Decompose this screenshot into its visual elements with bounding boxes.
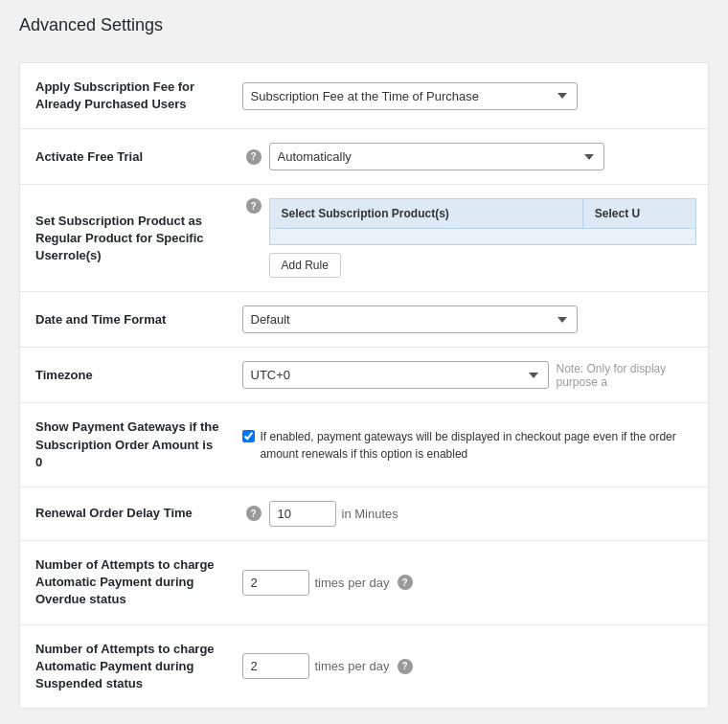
help-icon-suspended[interactable]: ? [398, 659, 413, 674]
help-icon-renewal[interactable]: ? [246, 506, 262, 521]
value-activate-free-trial: ? Automatically Manually [231, 129, 709, 185]
checkbox-payment-gateways[interactable] [242, 430, 255, 442]
label-with-help-free-trial: Activate Free Trial [35, 148, 219, 166]
label-text-apply-subscription-fee: Apply Subscription Fee for Already Purch… [35, 79, 194, 111]
row-renewal-order-delay: Renewal Order Delay Time ? in Minutes [20, 486, 709, 540]
value-renewal-order-delay: ? in Minutes [231, 486, 709, 540]
page-title: Advanced Settings [19, 15, 709, 43]
suspended-input-row: times per day ? [242, 653, 697, 679]
row-date-time-format: Date and Time Format Default Custom [20, 292, 709, 348]
page-container: Advanced Settings Apply Subscription Fee… [0, 0, 728, 724]
select-free-trial[interactable]: Automatically Manually [269, 143, 604, 170]
product-table-empty-cell-1 [269, 229, 582, 245]
label-set-subscription-product: Set Subscription Product as Regular Prod… [20, 185, 231, 292]
help-icon-overdue[interactable]: ? [398, 575, 413, 590]
product-table-header-row: Select Subscription Product(s) Select U [269, 199, 696, 229]
label-text-payment-gateways: Show Payment Gateways if the Subscriptio… [35, 419, 218, 468]
label-with-help-overdue: Number of Attempts to charge Automatic P… [35, 556, 219, 609]
timezone-note: Note: Only for display purpose a [557, 362, 697, 389]
row-show-payment-gateways: Show Payment Gateways if the Subscriptio… [20, 403, 709, 487]
label-text-subscription-product: Set Subscription Product as Regular Prod… [35, 214, 204, 262]
value-timezone: UTC+0 UTC+1 UTC-1 UTC+5:30 Note: Only fo… [231, 348, 709, 403]
row-set-subscription-product: Set Subscription Product as Regular Prod… [20, 185, 709, 292]
settings-table: Apply Subscription Fee for Already Purch… [19, 62, 709, 709]
row-attempts-suspended: Number of Attempts to charge Automatic P… [20, 624, 709, 709]
label-activate-free-trial: Activate Free Trial [20, 129, 231, 185]
label-text-timezone: Timezone [35, 368, 93, 382]
row-timezone: Timezone UTC+0 UTC+1 UTC-1 UTC+5:30 Note… [20, 348, 709, 403]
label-text-free-trial: Activate Free Trial [35, 148, 219, 166]
label-with-help-suspended: Number of Attempts to charge Automatic P… [35, 641, 219, 693]
label-with-help-renewal: Renewal Order Delay Time [35, 505, 219, 522]
label-renewal-order-delay: Renewal Order Delay Time [20, 486, 231, 540]
label-timezone: Timezone [20, 348, 231, 403]
value-set-subscription-product: ? Select Subscription Product(s) Select … [231, 185, 709, 292]
subscription-product-wrapper: ? Select Subscription Product(s) Select … [242, 198, 697, 278]
label-attempts-suspended: Number of Attempts to charge Automatic P… [20, 624, 231, 709]
col-header-select-u: Select U [582, 199, 695, 229]
free-trial-row: ? Automatically Manually [242, 143, 697, 170]
suspended-unit: times per day [315, 659, 390, 673]
product-rules-table: Select Subscription Product(s) Select U [269, 198, 697, 245]
select-apply-subscription-fee[interactable]: Subscription Fee at the Time of Purchase… [242, 82, 578, 110]
input-attempts-suspended[interactable] [242, 653, 309, 679]
overdue-unit: times per day [315, 576, 390, 590]
label-show-payment-gateways: Show Payment Gateways if the Subscriptio… [20, 403, 231, 487]
overdue-input-row: times per day ? [242, 570, 697, 596]
value-attempts-overdue: times per day ? [231, 540, 709, 624]
value-attempts-suspended: times per day ? [231, 624, 709, 709]
product-table-empty-row [269, 229, 696, 245]
payment-gateways-description: If enabled, payment gateways will be dis… [261, 428, 697, 463]
payment-gateways-checkbox-row: If enabled, payment gateways will be dis… [242, 428, 697, 463]
label-attempts-overdue: Number of Attempts to charge Automatic P… [20, 540, 231, 624]
renewal-delay-unit: in Minutes [342, 507, 398, 521]
label-text-date-time-format: Date and Time Format [35, 312, 166, 327]
value-apply-subscription-fee: Subscription Fee at the Time of Purchase… [231, 63, 709, 129]
label-apply-subscription-fee: Apply Subscription Fee for Already Purch… [20, 63, 231, 129]
product-table-empty-cell-2 [582, 229, 695, 245]
select-timezone[interactable]: UTC+0 UTC+1 UTC-1 UTC+5:30 [242, 361, 549, 389]
add-rule-button[interactable]: Add Rule [269, 253, 341, 278]
value-show-payment-gateways: If enabled, payment gateways will be dis… [231, 403, 709, 487]
label-text-suspended: Number of Attempts to charge Automatic P… [35, 641, 219, 693]
timezone-row: UTC+0 UTC+1 UTC-1 UTC+5:30 Note: Only fo… [242, 361, 697, 389]
row-activate-free-trial: Activate Free Trial ? Automatically Manu… [20, 129, 709, 185]
help-icon-free-trial[interactable]: ? [246, 149, 262, 165]
row-attempts-overdue: Number of Attempts to charge Automatic P… [20, 540, 709, 624]
label-text-renewal: Renewal Order Delay Time [35, 505, 219, 522]
product-table-wrapper: Select Subscription Product(s) Select U [269, 198, 697, 278]
label-date-time-format: Date and Time Format [20, 292, 231, 348]
col-header-subscription-products: Select Subscription Product(s) [269, 199, 582, 229]
value-date-time-format: Default Custom [231, 292, 709, 348]
input-attempts-overdue[interactable] [242, 570, 309, 596]
renewal-delay-input-row: ? in Minutes [242, 501, 697, 527]
input-renewal-delay[interactable] [269, 501, 336, 527]
help-icon-subscription-product[interactable]: ? [246, 198, 262, 214]
row-apply-subscription-fee: Apply Subscription Fee for Already Purch… [20, 63, 709, 129]
select-date-time-format[interactable]: Default Custom [242, 305, 578, 333]
label-text-overdue: Number of Attempts to charge Automatic P… [35, 556, 219, 609]
